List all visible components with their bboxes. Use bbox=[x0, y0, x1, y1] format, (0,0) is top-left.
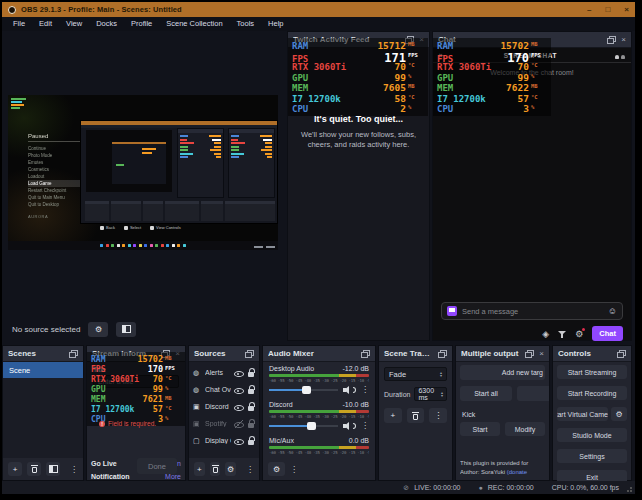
remove-source-button[interactable] bbox=[210, 462, 221, 476]
source-row[interactable]: Discord bbox=[189, 398, 259, 415]
done-button[interactable]: Done bbox=[137, 458, 177, 474]
source-filters-button[interactable] bbox=[116, 322, 136, 337]
visibility-toggle-icon[interactable] bbox=[234, 369, 244, 377]
popout-icon[interactable] bbox=[69, 350, 78, 358]
preview-canvas[interactable]: Paused ContinuePhoto ModeEmotesCosmetics… bbox=[8, 95, 278, 250]
audio-mixer-dock-titlebar[interactable]: Audio Mixer bbox=[263, 346, 375, 362]
multiple-output-dock-titlebar[interactable]: Multiple output × bbox=[456, 346, 549, 362]
resize-grip[interactable] bbox=[627, 486, 633, 492]
add-target-button[interactable]: Add new targ bbox=[460, 365, 545, 380]
transitions-dock-titlebar[interactable]: Scene Transitions bbox=[379, 346, 452, 362]
menu-item[interactable]: Edit bbox=[32, 17, 59, 31]
lock-toggle-icon[interactable] bbox=[247, 368, 255, 377]
studio-mode-button[interactable]: Studio Mode bbox=[557, 428, 627, 442]
popout-icon[interactable] bbox=[617, 350, 626, 358]
mute-toggle-icon[interactable] bbox=[343, 386, 352, 394]
lock-toggle-icon[interactable] bbox=[247, 436, 255, 445]
meter-scale: -60 -55 -50 -45 -40 -35 -30 -25 -20 -15 … bbox=[269, 450, 369, 455]
remove-transition-button[interactable] bbox=[407, 408, 425, 423]
start-target-button[interactable]: Start bbox=[460, 422, 500, 436]
start-virtual-camera-button[interactable]: Start Virtual Camera bbox=[557, 407, 608, 421]
close-dock-icon[interactable]: × bbox=[539, 346, 544, 362]
start-all-button[interactable]: Start all bbox=[460, 386, 512, 401]
scene-more-button[interactable]: ⋮ bbox=[70, 465, 78, 474]
add-transition-button[interactable]: + bbox=[384, 408, 402, 423]
menu-item[interactable]: Help bbox=[261, 17, 290, 31]
close-button[interactable]: × bbox=[624, 2, 629, 17]
activity-feed-heading: It's quiet. Too quiet... bbox=[288, 114, 429, 124]
source-properties-button[interactable]: ⚙ bbox=[225, 462, 236, 476]
donate-link[interactable]: (donate bbox=[507, 469, 527, 475]
transition-select[interactable]: Fade ▴▾ bbox=[384, 367, 447, 381]
source-properties-button[interactable]: ⚙ bbox=[88, 322, 108, 337]
popout-icon[interactable] bbox=[438, 350, 447, 358]
send-chat-button[interactable]: Chat bbox=[592, 326, 623, 341]
menu-item[interactable]: File bbox=[6, 17, 32, 31]
menu-item[interactable]: Tools bbox=[230, 17, 262, 31]
game-button-hints: Back Select View Controls bbox=[100, 225, 181, 230]
transition-properties-button[interactable]: ⋮ bbox=[429, 408, 447, 423]
menu-item[interactable]: Profile bbox=[124, 17, 159, 31]
maximize-button[interactable]: □ bbox=[605, 2, 610, 17]
mixer-more-button[interactable]: ⋮ bbox=[290, 465, 298, 474]
add-scene-button[interactable]: + bbox=[8, 462, 22, 476]
viewer-list-icon[interactable] bbox=[615, 51, 625, 59]
lock-toggle-icon[interactable] bbox=[247, 385, 255, 394]
menu-item[interactable]: Scene Collection bbox=[159, 17, 229, 31]
chat-message-input[interactable]: Send a message ☺ bbox=[441, 302, 623, 320]
visibility-toggle-icon[interactable] bbox=[234, 420, 244, 428]
popout-icon[interactable] bbox=[607, 36, 616, 44]
channel-options-button[interactable]: ⋮ bbox=[361, 421, 369, 430]
stat-row: I7 12700k 57 °C bbox=[91, 404, 181, 414]
menu-item[interactable]: Docks bbox=[89, 17, 124, 31]
source-row[interactable]: Chat Over... bbox=[189, 381, 259, 398]
mute-toggle-icon[interactable] bbox=[343, 422, 352, 430]
stat-value: 15702 bbox=[105, 354, 163, 364]
scene-filters-button[interactable] bbox=[46, 462, 60, 476]
controls-dock-titlebar[interactable]: Controls bbox=[553, 346, 631, 362]
notification-more-link[interactable]: More bbox=[165, 473, 181, 480]
lock-toggle-icon[interactable] bbox=[247, 419, 255, 428]
chat-settings-icon[interactable]: ⚙ bbox=[575, 329, 583, 339]
popout-icon[interactable] bbox=[245, 350, 254, 358]
visibility-toggle-icon[interactable] bbox=[234, 386, 244, 394]
scene-list-item[interactable]: Scene bbox=[3, 362, 83, 378]
popout-icon[interactable] bbox=[361, 350, 370, 358]
visibility-toggle-icon[interactable] bbox=[234, 403, 244, 411]
visibility-toggle-icon[interactable] bbox=[234, 437, 244, 445]
popout-icon[interactable] bbox=[525, 350, 534, 358]
settings-button[interactable]: Settings bbox=[557, 449, 627, 463]
minimize-button[interactable]: – bbox=[587, 2, 591, 17]
lock-toggle-icon[interactable] bbox=[247, 402, 255, 411]
window-titlebar[interactable]: OBS 29.1.3 - Profile: Main - Scenes: Unt… bbox=[2, 2, 635, 17]
source-row[interactable]: Display Ca... bbox=[189, 432, 259, 449]
obs-logo-icon bbox=[8, 6, 16, 14]
chat-filter-icon[interactable] bbox=[558, 330, 566, 338]
channel-options-button[interactable]: ⋮ bbox=[361, 385, 369, 394]
channel-points-icon[interactable]: ◈ bbox=[542, 329, 549, 339]
close-dock-icon[interactable]: × bbox=[621, 32, 626, 48]
sources-dock: Sources Alerts Chat Over... bbox=[188, 345, 260, 481]
start-streaming-button[interactable]: Start Streaming bbox=[557, 365, 627, 379]
source-more-button[interactable]: ⋮ bbox=[246, 465, 254, 474]
menu-item[interactable]: View bbox=[59, 17, 89, 31]
virtual-camera-settings-button[interactable]: ⚙ bbox=[611, 407, 627, 421]
nested-chat-dock bbox=[228, 128, 275, 198]
modify-target-button[interactable]: Modify bbox=[505, 422, 545, 436]
volume-slider[interactable] bbox=[269, 425, 338, 427]
stat-row: GPU 99 % bbox=[91, 384, 181, 394]
advanced-audio-button[interactable]: ⚙ bbox=[268, 462, 285, 476]
duration-spinbox[interactable]: 6300 ms ▴▾ bbox=[414, 387, 447, 401]
remove-scene-button[interactable] bbox=[27, 462, 41, 476]
stat-label: CPU bbox=[437, 104, 453, 114]
stop-all-button[interactable] bbox=[517, 386, 549, 401]
sources-dock-titlebar[interactable]: Sources bbox=[189, 346, 259, 362]
channel-db: -10.0 dB bbox=[343, 401, 369, 408]
source-row[interactable]: Spotify bbox=[189, 415, 259, 432]
add-source-button[interactable]: + bbox=[194, 462, 205, 476]
scenes-dock-titlebar[interactable]: Scenes bbox=[3, 346, 83, 362]
volume-slider[interactable] bbox=[269, 389, 338, 391]
emote-picker-icon[interactable]: ☺ bbox=[608, 306, 617, 316]
source-row[interactable]: Alerts bbox=[189, 364, 259, 381]
start-recording-button[interactable]: Start Recording bbox=[557, 386, 627, 400]
